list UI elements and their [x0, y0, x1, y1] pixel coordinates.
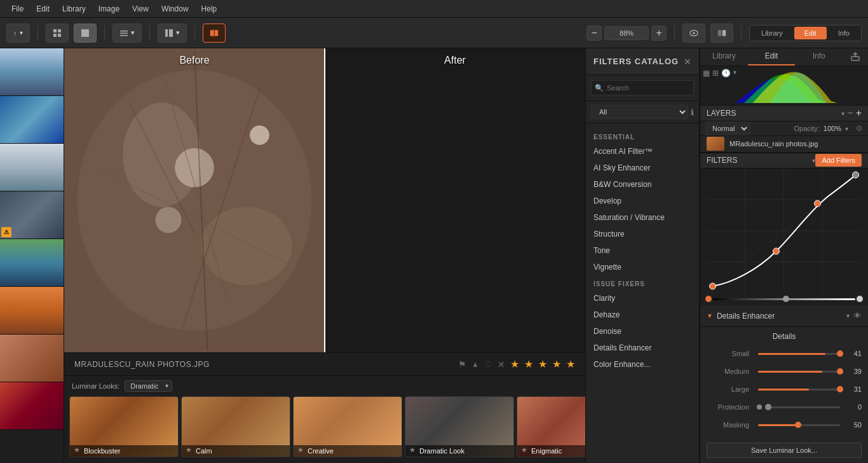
look-favorite-star[interactable]: ★ — [297, 446, 304, 454]
star-2[interactable]: ★ — [524, 358, 533, 370]
star-1[interactable]: ★ — [510, 358, 519, 370]
medium-slider-thumb[interactable] — [837, 368, 843, 375]
filters-close-button[interactable]: ✕ — [684, 57, 691, 67]
medium-slider[interactable] — [758, 371, 840, 373]
filter-develop[interactable]: Develop — [586, 193, 699, 209]
add-filters-button[interactable]: Add Filters — [815, 154, 862, 167]
export-button[interactable]: ↑ ▾ — [6, 24, 30, 43]
filter-details-enhancer[interactable]: Details Enhancer — [586, 340, 699, 356]
thumbnail-4[interactable]: ⚠ — [0, 191, 64, 239]
tab-edit[interactable]: Edit — [794, 27, 827, 39]
flag-icon[interactable]: ⚑ — [458, 359, 466, 370]
details-visibility-icon[interactable]: 👁 — [853, 311, 862, 321]
look-favorite-star[interactable]: ★ — [74, 446, 80, 454]
compare-toggle-button[interactable] — [710, 24, 733, 43]
panel-layout-button[interactable]: ▾ — [158, 24, 187, 43]
curve-mid-point[interactable] — [783, 296, 789, 302]
star-3[interactable]: ★ — [538, 358, 547, 370]
menu-view[interactable]: View — [126, 2, 155, 16]
filter-denoise[interactable]: Denoise — [586, 323, 699, 340]
curve-white-point[interactable] — [857, 296, 863, 302]
blend-mode-select[interactable]: Normal — [705, 121, 750, 135]
small-slider[interactable] — [758, 353, 840, 355]
gear-icon[interactable]: ⚙ — [856, 124, 863, 133]
large-slider-thumb[interactable] — [837, 386, 843, 392]
star-4[interactable]: ★ — [552, 358, 561, 370]
clock-icon[interactable]: 🕐 — [721, 69, 731, 78]
right-tab-info[interactable]: Info — [795, 48, 843, 66]
tab-library[interactable]: Library — [751, 27, 793, 39]
layer-item[interactable]: MRadulescu_rain photos.jpg — [700, 136, 868, 152]
menu-library[interactable]: Library — [56, 2, 92, 16]
thumbnail-2[interactable] — [0, 96, 64, 144]
curve-black-point[interactable] — [705, 296, 712, 302]
look-item-enigmatic[interactable]: Enigmatic ★ — [517, 396, 585, 457]
look-item-calm[interactable]: Calm ★ — [181, 396, 290, 457]
filter-dehaze[interactable]: Dehaze — [586, 307, 699, 323]
curve-chart[interactable] — [700, 169, 868, 293]
compare-view-button[interactable] — [203, 24, 226, 43]
filters-info-icon[interactable]: ℹ — [691, 107, 694, 117]
filter-clarity[interactable]: Clarity — [586, 290, 699, 307]
small-slider-thumb[interactable] — [837, 350, 843, 357]
split-view[interactable] — [64, 48, 585, 352]
heart-icon[interactable]: ♡ — [484, 359, 492, 370]
grid-view-button[interactable] — [46, 24, 69, 43]
histogram-icon[interactable]: ▦ — [703, 69, 710, 78]
zoom-plus-button[interactable]: + — [651, 25, 667, 41]
thumbnail-3[interactable] — [0, 144, 64, 191]
opacity-chevron-icon[interactable]: ▾ — [845, 125, 848, 132]
filter-color-enhance[interactable]: Color Enhance... — [586, 356, 699, 373]
preview-button[interactable] — [682, 24, 705, 43]
thumbnail-8[interactable] — [0, 382, 64, 430]
look-item-blockbuster[interactable]: Blockbuster ★ — [69, 396, 179, 457]
star-5[interactable]: ★ — [566, 358, 575, 370]
details-enhancer-header[interactable]: ▼ Details Enhancer ▾ 👁 — [700, 305, 868, 327]
menu-window[interactable]: Window — [155, 2, 195, 16]
save-luminar-look-button[interactable]: Save Luminar Look... — [707, 443, 862, 458]
layers-minus-button[interactable]: − — [847, 108, 853, 118]
filter-tone[interactable]: Tone — [586, 242, 699, 259]
list-options-button[interactable]: ▾ — [112, 24, 142, 43]
filters-search-input[interactable] — [591, 80, 694, 95]
right-export-button[interactable] — [843, 52, 868, 62]
menu-file[interactable]: File — [5, 2, 30, 16]
look-favorite-star[interactable]: ★ — [521, 446, 527, 454]
menu-image[interactable]: Image — [92, 2, 126, 16]
menu-edit[interactable]: Edit — [30, 2, 56, 16]
split-divider[interactable] — [324, 48, 325, 352]
look-item-creative[interactable]: Creative ★ — [293, 396, 402, 457]
masking-thumb[interactable] — [795, 422, 801, 428]
thumbnail-5[interactable] — [0, 239, 64, 287]
thumbnail-7[interactable] — [0, 335, 64, 382]
large-slider[interactable] — [758, 389, 840, 390]
filter-structure[interactable]: Structure — [586, 226, 699, 242]
chevron-down-icon[interactable]: ▾ — [733, 69, 736, 78]
right-tab-edit[interactable]: Edit — [748, 48, 796, 66]
filter-vignette[interactable]: Vignette — [586, 259, 699, 275]
zoom-minus-button[interactable]: − — [587, 25, 602, 41]
looks-dropdown[interactable]: Dramatic — [125, 380, 172, 392]
thumbnail-6[interactable] — [0, 287, 64, 335]
reject-icon[interactable]: ✕ — [498, 359, 505, 370]
menu-help[interactable]: Help — [195, 2, 224, 16]
look-favorite-star[interactable]: ★ — [409, 446, 416, 454]
filter-bw[interactable]: B&W Conversion — [586, 176, 699, 193]
single-view-button[interactable] — [74, 24, 97, 43]
masking-slider[interactable] — [758, 424, 840, 426]
filters-category-select[interactable]: All — [591, 105, 688, 119]
looks-scroll[interactable]: Blockbuster ★ Calm ★ Creative ★ — [64, 396, 585, 463]
protection-thumb[interactable] — [765, 404, 771, 410]
chevron-up-icon[interactable]: ▲ — [471, 360, 479, 369]
protection-dot[interactable] — [757, 404, 762, 410]
filter-accent-ai[interactable]: Accent AI Filter™ — [586, 143, 699, 160]
layers-plus-button[interactable]: + — [856, 108, 862, 118]
layers-stack-icon[interactable]: ⊞ — [712, 69, 719, 78]
protection-slider[interactable] — [768, 406, 840, 408]
look-item-dramatic[interactable]: Dramatic Look ★ — [405, 396, 514, 457]
filter-ai-sky[interactable]: AI Sky Enhancer — [586, 160, 699, 176]
thumbnail-1[interactable] — [0, 48, 64, 96]
look-favorite-star[interactable]: ★ — [186, 446, 192, 454]
filter-saturation[interactable]: Saturation / Vibrance — [586, 209, 699, 226]
right-tab-library[interactable]: Library — [700, 48, 748, 66]
